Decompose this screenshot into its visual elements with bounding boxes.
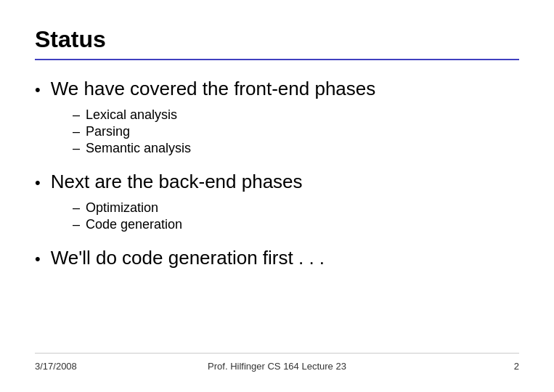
sub-bullet-2-1-text: Optimization bbox=[86, 200, 158, 216]
sub-bullet-2-1: – Optimization bbox=[73, 200, 519, 216]
sub-bullet-1-3: – Semantic analysis bbox=[73, 141, 519, 156]
sub-bullets-2: – Optimization – Code generation bbox=[73, 200, 519, 232]
bullet-dot-1: • bbox=[35, 81, 41, 99]
slide-content: • We have covered the front-end phases –… bbox=[35, 78, 519, 353]
main-bullet-3-text: We'll do code generation first . . . bbox=[51, 247, 325, 269]
title-divider bbox=[35, 59, 519, 60]
sub-bullets-1: – Lexical analysis – Parsing – Semantic … bbox=[73, 107, 519, 156]
slide-footer: 3/17/2008 Prof. Hilfinger CS 164 Lecture… bbox=[35, 353, 519, 372]
bullet-section-2: • Next are the back-end phases – Optimiz… bbox=[35, 171, 519, 232]
bullet-section-3: • We'll do code generation first . . . bbox=[35, 247, 519, 269]
dash-icon-1-3: – bbox=[73, 141, 80, 156]
slide-title: Status bbox=[35, 26, 519, 53]
slide: Status • We have covered the front-end p… bbox=[0, 0, 554, 392]
footer-date: 3/17/2008 bbox=[35, 361, 93, 372]
footer-page-number: 2 bbox=[461, 361, 519, 372]
sub-bullet-2-2-text: Code generation bbox=[86, 217, 182, 232]
bullet-section-1: • We have covered the front-end phases –… bbox=[35, 78, 519, 156]
dash-icon-1-1: – bbox=[73, 107, 80, 123]
sub-bullet-1-2-text: Parsing bbox=[86, 124, 130, 139]
main-bullet-2: • Next are the back-end phases bbox=[35, 171, 519, 193]
bullet-dot-2: • bbox=[35, 173, 41, 192]
main-bullet-2-text: Next are the back-end phases bbox=[51, 171, 303, 193]
sub-bullet-1-1: – Lexical analysis bbox=[73, 107, 519, 123]
sub-bullet-2-2: – Code generation bbox=[73, 217, 519, 232]
sub-bullet-1-3-text: Semantic analysis bbox=[86, 141, 191, 156]
footer-center: Prof. Hilfinger CS 164 Lecture 23 bbox=[93, 361, 461, 372]
dash-icon-2-1: – bbox=[73, 200, 80, 216]
sub-bullet-1-2: – Parsing bbox=[73, 124, 519, 139]
main-bullet-3: • We'll do code generation first . . . bbox=[35, 247, 519, 269]
main-bullet-1: • We have covered the front-end phases bbox=[35, 78, 519, 100]
dash-icon-1-2: – bbox=[73, 124, 80, 139]
sub-bullet-1-1-text: Lexical analysis bbox=[86, 107, 177, 123]
bullet-dot-3: • bbox=[35, 250, 41, 269]
main-bullet-1-text: We have covered the front-end phases bbox=[51, 78, 376, 100]
dash-icon-2-2: – bbox=[73, 217, 80, 232]
